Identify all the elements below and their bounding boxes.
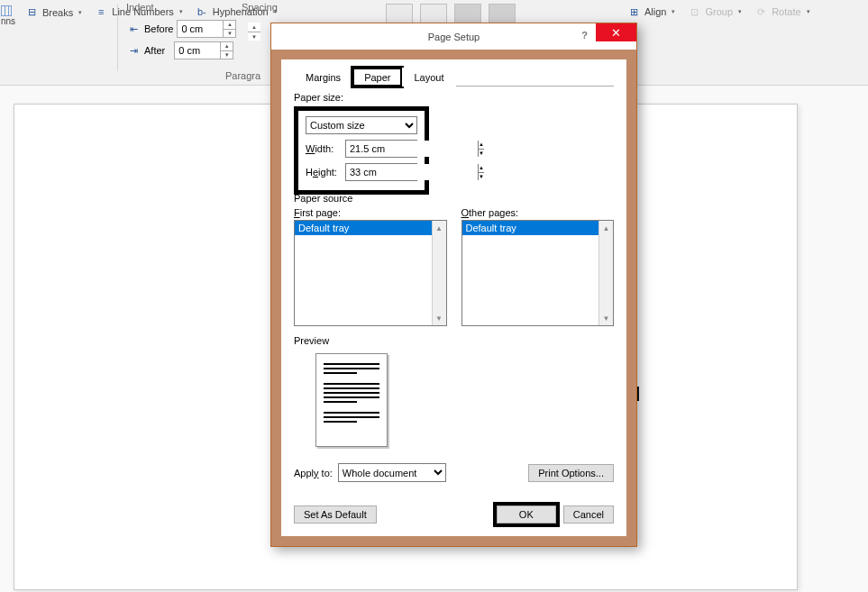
chevron-down-icon: ▾ [807, 8, 810, 15]
paper-source-label: Paper source [294, 193, 614, 204]
height-spinner[interactable]: ▲▼ [345, 163, 417, 181]
dialog-title: Page Setup [428, 32, 480, 42]
set-default-button[interactable]: Set As Default [294, 505, 377, 524]
paper-size-highlight: Custom size Width: ▲▼ Height: ▲▼ [294, 106, 429, 195]
columns-partial-label: nns [1, 16, 12, 26]
indent-after-spinner[interactable]: ▲▼ [174, 41, 233, 59]
down-arrow-icon[interactable]: ▼ [221, 51, 233, 59]
up-arrow-icon[interactable]: ▲ [224, 21, 235, 30]
line-numbers-icon: ≡ [94, 5, 108, 19]
width-input[interactable] [346, 141, 478, 157]
page-setup-dialog: Page Setup ? ✕ Margins Paper Layout Pape… [270, 23, 637, 547]
rotate-icon: ⟳ [754, 5, 768, 19]
dialog-titlebar: Page Setup ? ✕ [271, 23, 636, 50]
chevron-down-icon: ▾ [78, 9, 82, 16]
down-arrow-icon[interactable]: ▼ [248, 32, 260, 41]
breaks-button[interactable]: ⊟ Breaks ▾ [20, 3, 87, 23]
down-arrow-icon[interactable]: ▼ [224, 30, 235, 38]
scroll-down-icon[interactable]: ▼ [433, 311, 446, 325]
indent-before-icon: ⇤ [126, 22, 141, 36]
print-options-button[interactable]: Print Options... [528, 464, 614, 482]
tab-layout[interactable]: Layout [402, 68, 455, 87]
preview-page [315, 353, 388, 447]
group-icon: ⊡ [688, 5, 702, 19]
align-label: Align [644, 6, 666, 17]
indent-after-input[interactable] [175, 45, 220, 56]
spacing-group-label: Spacing [242, 2, 278, 13]
align-icon: ⊞ [626, 5, 641, 19]
before-label: Before [144, 23, 173, 34]
tab-margins[interactable]: Margins [294, 68, 352, 87]
close-button[interactable]: ✕ [596, 23, 636, 41]
other-pages-option[interactable]: Default tray [462, 221, 614, 235]
scroll-down-icon[interactable]: ▼ [599, 311, 613, 325]
up-arrow-icon[interactable]: ▲ [479, 164, 484, 173]
scrollbar[interactable]: ▲▼ [598, 221, 613, 325]
rotate-label: Rotate [772, 6, 800, 17]
dialog-tabs: Margins Paper Layout [294, 67, 614, 87]
group-label: Group [706, 6, 734, 17]
width-label: Width: [306, 143, 340, 154]
scroll-up-icon[interactable]: ▲ [599, 221, 613, 235]
rotate-button: ⟳ Rotate ▾ [749, 2, 814, 22]
other-pages-label: Other pages: [461, 207, 615, 218]
chevron-down-icon: ▾ [179, 8, 183, 15]
paper-size-label: Paper size: [294, 92, 614, 103]
first-page-label: First page: [294, 207, 447, 218]
cancel-button[interactable]: Cancel [563, 505, 614, 524]
paper-size-select[interactable]: Custom size [306, 116, 417, 134]
down-arrow-icon[interactable]: ▼ [479, 173, 484, 181]
paragraph-group-label: Paragra [225, 70, 260, 81]
height-label: Height: [306, 167, 340, 178]
up-arrow-icon[interactable]: ▲ [479, 141, 484, 150]
indent-after-icon: ⇥ [126, 43, 141, 58]
breaks-label: Breaks [42, 7, 73, 18]
apply-to-label: Apply to: [294, 468, 333, 478]
down-arrow-icon[interactable]: ▼ [479, 150, 484, 158]
breaks-icon: ⊟ [24, 5, 39, 20]
hyphenation-icon: b- [195, 5, 209, 19]
after-label: After [144, 45, 165, 56]
height-input[interactable] [346, 164, 478, 180]
indent-before-input[interactable] [178, 23, 223, 34]
chevron-down-icon: ▾ [672, 8, 675, 15]
ok-button[interactable]: OK [497, 505, 556, 524]
group-button: ⊡ Group ▾ [683, 2, 747, 22]
apply-to-select[interactable]: Whole document [338, 463, 446, 482]
first-page-listbox[interactable]: Default tray ▲▼ [294, 220, 447, 326]
tab-paper[interactable]: Paper [352, 68, 402, 87]
help-button[interactable]: ? [576, 28, 593, 42]
scroll-up-icon[interactable]: ▲ [433, 221, 446, 235]
width-spinner[interactable]: ▲▼ [345, 140, 417, 158]
up-arrow-icon[interactable]: ▲ [221, 42, 233, 51]
align-button[interactable]: ⊞ Align ▾ [622, 2, 680, 22]
first-page-option[interactable]: Default tray [295, 221, 446, 235]
other-pages-listbox[interactable]: Default tray ▲▼ [461, 220, 615, 326]
indent-before-spinner[interactable]: ▲▼ [177, 20, 236, 38]
up-arrow-icon[interactable]: ▲ [248, 23, 260, 32]
indent-group-label: Indent [126, 2, 154, 13]
scrollbar[interactable]: ▲▼ [432, 221, 446, 325]
chevron-down-icon: ▾ [738, 8, 742, 15]
preview-label: Preview [294, 335, 614, 346]
